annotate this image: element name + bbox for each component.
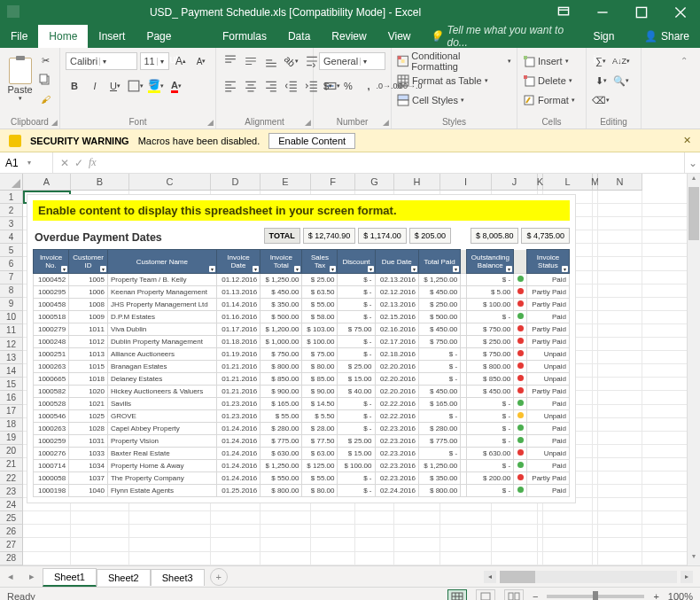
table-header[interactable]: Due Date▾ [375, 250, 418, 274]
align-top-button[interactable] [222, 52, 239, 70]
tab-home[interactable]: Home [38, 25, 88, 48]
table-header[interactable]: Invoice No.▾ [34, 250, 69, 274]
vscroll-track[interactable] [688, 187, 700, 552]
sign-in-link[interactable]: Sign in [582, 25, 634, 48]
decrease-indent-button[interactable] [283, 77, 300, 95]
tab-insert[interactable]: Insert [88, 25, 136, 48]
insert-cells-button[interactable]: Insert▾ [523, 51, 580, 71]
cancel-formula-icon[interactable]: ✕ [60, 157, 69, 169]
column-header[interactable]: N [598, 174, 642, 191]
column-header[interactable]: C [129, 174, 211, 191]
number-launcher[interactable]: ◢ [383, 118, 389, 127]
format-cells-button[interactable]: Format▾ [523, 90, 580, 110]
delete-cells-button[interactable]: Delete▾ [523, 71, 580, 90]
clear-button[interactable]: ⌫▾ [592, 91, 610, 109]
row-header[interactable]: 19 [0, 432, 23, 445]
zoom-in-button[interactable]: + [653, 591, 658, 600]
row-header[interactable]: 27 [0, 538, 23, 551]
column-header[interactable]: A [23, 174, 71, 191]
cell-styles-button[interactable]: Cell Styles▾ [397, 90, 511, 110]
row-header[interactable]: 13 [0, 351, 23, 364]
column-header[interactable]: G [355, 174, 394, 191]
ribbon-options-icon[interactable] [544, 0, 583, 25]
zoom-slider[interactable] [547, 595, 644, 598]
italic-button[interactable]: I [86, 77, 104, 95]
conditional-formatting-button[interactable]: Conditional Formatting▾ [397, 51, 511, 71]
collapse-ribbon-button[interactable]: ⌃ [675, 51, 693, 69]
alignment-launcher[interactable]: ◢ [305, 118, 311, 127]
fx-icon[interactable]: fx [89, 156, 97, 169]
maximize-button[interactable] [622, 0, 661, 25]
format-table-button[interactable]: Format as Table▾ [397, 71, 511, 90]
row-header[interactable]: 4 [0, 230, 23, 244]
sheet-tab-1[interactable]: Sheet1 [43, 568, 97, 587]
align-right-button[interactable] [262, 77, 280, 95]
row-header[interactable]: 6 [0, 257, 23, 270]
tell-me-input[interactable]: 💡 Tell me what you want to do... [421, 24, 582, 49]
row-header[interactable]: 28 [0, 552, 23, 565]
fill-button[interactable]: ⬇▾ [592, 72, 610, 90]
font-color-button[interactable]: A▾ [167, 77, 185, 95]
font-launcher[interactable]: ◢ [207, 118, 214, 127]
row-header[interactable]: 8 [0, 284, 23, 298]
font-size-select[interactable]: 11▾ [140, 52, 170, 70]
zoom-out-button[interactable]: − [533, 591, 538, 600]
sort-filter-button[interactable]: A↓Z▾ [612, 52, 630, 70]
hscroll-left[interactable]: ◂ [484, 571, 496, 583]
tab-page-layout[interactable]: Page Layout [136, 25, 212, 48]
row-header[interactable]: 5 [0, 244, 23, 257]
tab-data[interactable]: Data [277, 25, 321, 48]
column-header[interactable]: B [71, 174, 129, 191]
bold-button[interactable]: B [66, 77, 83, 95]
currency-button[interactable]: $▾ [319, 77, 337, 95]
align-middle-button[interactable] [242, 52, 260, 70]
row-header[interactable]: 17 [0, 405, 23, 418]
row-header[interactable]: 11 [0, 324, 23, 338]
increase-font-button[interactable]: A▴ [172, 52, 190, 70]
table-header[interactable]: Customer Name▾ [107, 250, 216, 274]
sheet-tab-3[interactable]: Sheet3 [151, 569, 205, 586]
tab-view[interactable]: View [377, 25, 422, 48]
row-header[interactable]: 16 [0, 391, 23, 404]
autosum-button[interactable]: ∑▾ [592, 52, 610, 70]
row-header[interactable]: 18 [0, 418, 23, 432]
close-security-bar[interactable]: ✕ [683, 135, 691, 146]
align-center-button[interactable] [242, 77, 260, 95]
column-header[interactable]: L [543, 174, 593, 191]
comma-button[interactable]: , [360, 77, 377, 95]
find-button[interactable]: 🔍▾ [612, 72, 630, 90]
row-header[interactable]: 1 [0, 191, 23, 204]
vscroll-down[interactable]: ▾ [688, 552, 700, 565]
column-header[interactable]: D [211, 174, 261, 191]
row-header[interactable]: 14 [0, 364, 23, 378]
table-header[interactable]: Invoice Total▾ [261, 250, 302, 274]
row-header[interactable]: 15 [0, 378, 23, 391]
add-sheet-button[interactable]: + [210, 568, 228, 586]
close-button[interactable] [661, 0, 700, 25]
hscroll-track[interactable] [500, 571, 677, 583]
row-header[interactable]: 21 [0, 458, 23, 471]
decrease-font-button[interactable]: A▾ [192, 52, 210, 70]
orientation-button[interactable]: ab▾ [283, 52, 300, 70]
table-header[interactable]: Total Paid▾ [418, 250, 460, 274]
cut-button[interactable]: ✂ [36, 51, 54, 69]
select-all-corner[interactable] [0, 174, 23, 191]
format-painter-button[interactable]: 🖌 [36, 90, 54, 108]
sheet-nav-next[interactable]: ▸ [21, 571, 43, 582]
tab-formulas[interactable]: Formulas [212, 25, 277, 48]
tab-review[interactable]: Review [321, 25, 377, 48]
underline-button[interactable]: U▾ [106, 77, 124, 95]
font-name-select[interactable]: Calibri▾ [66, 52, 137, 70]
row-header[interactable]: 22 [0, 471, 23, 485]
row-header[interactable]: 26 [0, 525, 23, 538]
table-header[interactable]: Customer ID▾ [69, 250, 108, 274]
copy-button[interactable] [36, 71, 54, 89]
row-header[interactable]: 12 [0, 338, 23, 351]
row-header[interactable]: 10 [0, 311, 23, 324]
row-header[interactable]: 24 [0, 498, 23, 511]
row-header[interactable]: 25 [0, 511, 23, 525]
row-header[interactable]: 20 [0, 445, 23, 458]
column-header[interactable]: E [261, 174, 311, 191]
column-header[interactable]: I [440, 174, 492, 191]
column-header[interactable]: J [492, 174, 538, 191]
